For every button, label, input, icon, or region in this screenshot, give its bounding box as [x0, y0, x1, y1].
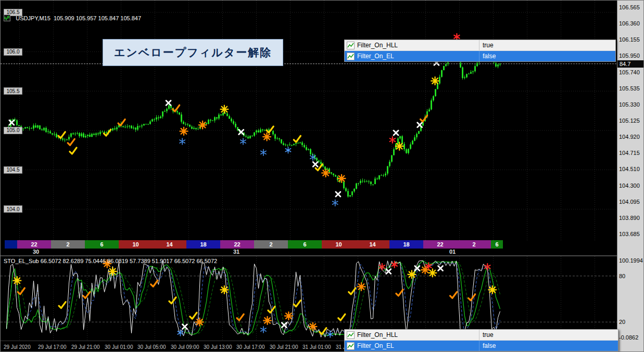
annotation-text: エンベロープフィルター解除	[114, 45, 272, 60]
marker-yellow-check	[70, 148, 77, 154]
time-axis-label: 30 Jul 09:00	[171, 344, 199, 350]
marker-orange-check	[450, 292, 457, 298]
hour-segment: 22	[220, 240, 254, 249]
price-tick: 106.155	[619, 36, 640, 43]
marker-blue-snow	[285, 147, 291, 153]
price-tick: 105.740	[619, 69, 640, 75]
hour-segment: 2	[51, 240, 85, 249]
time-axis-label: 29 Jul 21:00	[71, 344, 100, 350]
marker-blue-snow	[241, 138, 246, 145]
price-tick: 103.685	[619, 231, 640, 237]
time-axis-label: 31 Jul 01:00	[302, 344, 331, 350]
filter-name: Filter_On_EL	[357, 342, 394, 349]
hour-segment: 6	[288, 240, 322, 249]
date-axis-label: 31	[233, 249, 239, 255]
marker-yellow-star	[431, 77, 439, 85]
filter-value: false	[479, 341, 618, 351]
marker-yellow-star	[428, 269, 436, 277]
marker-yellow-check	[294, 301, 300, 307]
hour-segment: 14	[153, 240, 186, 249]
hour-segment: 2	[457, 240, 491, 249]
time-axis-label: 30 Jul 01:00	[105, 344, 133, 350]
stochastic-lines	[7, 260, 500, 337]
marker-white-x	[166, 100, 171, 105]
left-price-label: 105.5	[4, 87, 22, 95]
filter-name: Filter_On_EL	[357, 53, 394, 60]
hour-segment: 6	[85, 240, 119, 249]
symbol-ohlc-text: USDJPY,M15 105.909 105.957 105.847 105.8…	[16, 15, 141, 21]
marker-orange-check	[83, 292, 90, 298]
marker-yellow-check	[59, 302, 66, 308]
time-axis-label: 29 Jul 17:00	[38, 344, 67, 350]
session-hour-strip: 222610141822261014182226	[1, 240, 617, 249]
marker-orange-burst	[285, 312, 293, 320]
marker-orange-check	[396, 290, 403, 296]
marker-blue-snow	[261, 327, 266, 333]
price-tick: 106.360	[619, 20, 640, 27]
indicator-icon	[347, 331, 355, 339]
marker-orange-burst	[421, 266, 429, 274]
marker-yellow-check	[294, 136, 300, 142]
marker-yellow-check	[338, 314, 345, 320]
marker-yellow-check	[320, 328, 326, 334]
oscillator-tick: 20	[619, 319, 625, 325]
filter-tooltip-top: Filter_On_HLL true Filter_On_EL false	[344, 40, 616, 62]
marker-orange-check	[18, 288, 24, 294]
marker-white-x	[386, 269, 391, 273]
time-axis-label: 30 Jul 13:00	[204, 344, 232, 350]
filter-name: Filter_On_HLL	[357, 331, 398, 338]
price-tick: 105.125	[619, 118, 640, 124]
subwindow-separator[interactable]	[1, 255, 644, 256]
hour-segment: 10	[322, 240, 356, 249]
date-axis-label: 01	[449, 249, 456, 255]
annotation-label: エンベロープフィルター解除	[103, 39, 283, 66]
price-tick: 104.300	[619, 182, 640, 189]
hour-segment: 18	[186, 240, 220, 249]
marker-yellow-star	[109, 267, 117, 275]
filter-value: false	[479, 51, 615, 61]
main-grid	[1, 1, 617, 240]
filter-tooltip-bottom: Filter_On_HLL true Filter_On_EL false	[344, 329, 618, 351]
filter-row-el[interactable]: Filter_On_EL false	[345, 341, 618, 351]
marker-orange-burst	[338, 175, 346, 182]
filter-row-el[interactable]: Filter_On_EL false	[345, 51, 615, 61]
price-tick: 104.920	[619, 134, 640, 140]
marker-blue-snow	[261, 149, 266, 155]
oscillator-tick: 100.1994	[619, 257, 643, 264]
marker-yellow-star	[13, 277, 21, 284]
marker-yellow-check	[58, 132, 65, 138]
filter-value: true	[479, 40, 615, 50]
stochastic-subwindow[interactable]	[1, 256, 617, 341]
marker-orange-burst	[263, 133, 271, 141]
marker-white-x	[394, 131, 398, 135]
hour-segment: 10	[119, 240, 153, 249]
hour-segment: 22	[17, 240, 51, 249]
filter-row-hll[interactable]: Filter_On_HLL true	[345, 330, 618, 341]
mt4-chart-window: USDJPY,M15 105.909 105.957 105.847 105.8…	[0, 0, 644, 352]
filter-row-hll[interactable]: Filter_On_HLL true	[345, 40, 615, 51]
chart-icon	[4, 2, 13, 34]
hour-segment	[5, 240, 17, 249]
left-price-label: 104.5	[4, 166, 22, 174]
left-price-label: 105.0	[4, 127, 22, 134]
marker-blue-snow	[180, 138, 185, 145]
marker-yellow-star	[408, 270, 415, 278]
main-price-chart[interactable]	[1, 1, 617, 240]
marker-orange-check	[237, 314, 244, 320]
marker-yellow-star	[488, 286, 496, 294]
hour-segment: 6	[491, 240, 503, 249]
date-axis: 303101	[1, 249, 617, 255]
date-axis-label: 30	[33, 249, 39, 255]
marker-orange-burst	[180, 127, 188, 135]
marker-yellow-check	[190, 312, 197, 319]
bid-price-label: 84.7	[617, 60, 644, 68]
marker-yellow-star	[220, 286, 228, 294]
marker-red-star	[390, 137, 395, 143]
price-scale-panel[interactable]: 84.7 106.565106.360106.155105.950105.740…	[617, 1, 644, 352]
marker-orange-burst	[199, 121, 207, 129]
marker-orange-burst	[358, 283, 365, 291]
marker-orange-check	[421, 115, 427, 122]
marker-white-x	[438, 266, 443, 271]
price-tick: 105.535	[619, 85, 640, 92]
marker-white-x	[313, 162, 318, 167]
